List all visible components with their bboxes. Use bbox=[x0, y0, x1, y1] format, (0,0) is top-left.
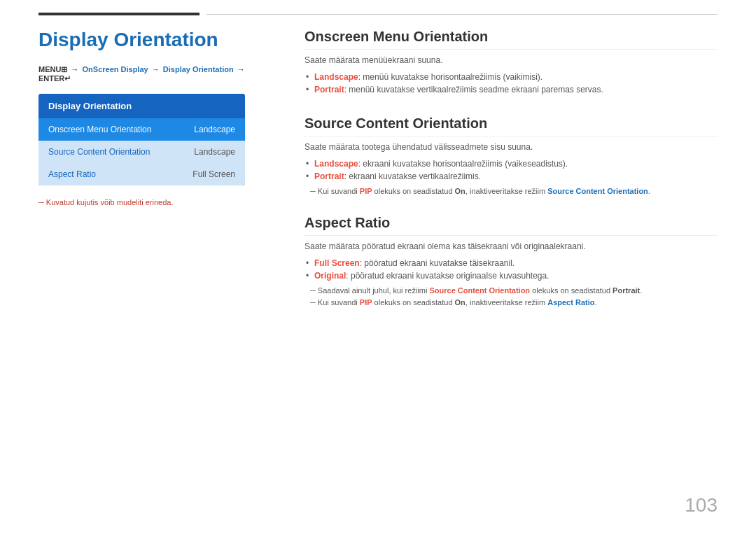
bullet-source-landscape: Landscape: ekraani kuvatakse horisontaal… bbox=[304, 157, 718, 170]
section-title-source: Source Content Orientation bbox=[304, 115, 718, 136]
row-label-source: Source Content Orientation bbox=[48, 147, 150, 157]
term-source-orientation: Source Content Orientation bbox=[547, 187, 648, 195]
page-title: Display Orientation bbox=[38, 29, 262, 51]
section-onscreen: Onscreen Menu Orientation Saate määrata … bbox=[304, 29, 718, 96]
bullet-onscreen-landscape: Landscape: menüü kuvatakse horisontaalre… bbox=[304, 71, 718, 83]
page-number: 103 bbox=[685, 494, 718, 517]
term-source-content-2: Source Content Orientation bbox=[429, 286, 530, 295]
menu-icon: MENU⊞ bbox=[38, 65, 67, 73]
row-label-aspect: Aspect Ratio bbox=[48, 169, 96, 179]
bullet-aspect-original: Original: pööratud ekraani kuvatakse ori… bbox=[304, 269, 718, 282]
term-portrait-2: Portrait bbox=[314, 171, 344, 181]
note-aspect-pip: Kui suvandi PIP olekuks on seadistatud O… bbox=[304, 298, 718, 307]
term-on-1: On bbox=[455, 187, 465, 195]
display-box-row-source[interactable]: Source Content Orientation Landscape bbox=[38, 141, 245, 163]
bullet-source-portrait: Portrait: ekraani kuvatakse vertikaalrež… bbox=[304, 170, 718, 183]
section-intro-source: Saate määrata tootega ühendatud välissea… bbox=[304, 142, 718, 152]
arrow-2: → bbox=[152, 65, 162, 73]
section-source: Source Content Orientation Saate määrata… bbox=[304, 115, 718, 195]
top-bar bbox=[0, 0, 756, 4]
note-aspect-portrait: Saadaval ainult juhul, kui režiimi Sourc… bbox=[304, 286, 718, 295]
menu-path: MENU⊞ → OnScreen Display → Display Orien… bbox=[38, 65, 262, 83]
section-intro-onscreen: Saate määrata menüüekraani suuna. bbox=[304, 55, 718, 65]
row-label-onscreen: Onscreen Menu Orientation bbox=[48, 125, 151, 134]
top-bar-right-line bbox=[206, 14, 718, 15]
term-portrait-bold: Portrait bbox=[612, 286, 640, 295]
top-bar-left-accent bbox=[38, 13, 200, 15]
display-box-title: Display Orientation bbox=[38, 94, 245, 118]
arrow-1: → bbox=[71, 65, 80, 73]
term-original: Original bbox=[314, 271, 346, 281]
section-aspect: Aspect Ratio Saate määrata pööratud ekra… bbox=[304, 215, 718, 307]
term-landscape-1: Landscape bbox=[314, 72, 358, 82]
arrow-3: → bbox=[237, 65, 245, 73]
term-portrait-1: Portrait bbox=[314, 85, 344, 94]
right-column: Onscreen Menu Orientation Saate määrata … bbox=[304, 29, 718, 326]
term-pip-2: PIP bbox=[360, 298, 372, 307]
left-note: Kuvatud kujutis võib mudeliti erineda. bbox=[38, 198, 262, 206]
display-box-row-onscreen[interactable]: Onscreen Menu Orientation Landscape bbox=[38, 118, 245, 141]
row-value-aspect: Full Screen bbox=[192, 169, 235, 179]
bullet-onscreen-portrait: Portrait: menüü kuvatakse vertikaalrežii… bbox=[304, 83, 718, 96]
bullet-aspect-fullscreen: Full Screen: pööratud ekraani kuvatakse … bbox=[304, 257, 718, 269]
bullet-list-aspect: Full Screen: pööratud ekraani kuvatakse … bbox=[304, 257, 718, 282]
section-title-onscreen: Onscreen Menu Orientation bbox=[304, 29, 718, 50]
bullet-list-onscreen: Landscape: menüü kuvatakse horisontaalre… bbox=[304, 71, 718, 96]
term-fullscreen: Full Screen bbox=[314, 258, 360, 268]
menu-path-display: Display Orientation bbox=[163, 65, 234, 73]
left-column: Display Orientation MENU⊞ → OnScreen Dis… bbox=[38, 29, 262, 326]
term-aspect-ratio-blue: Aspect Ratio bbox=[547, 298, 594, 307]
row-value-onscreen: Landscape bbox=[194, 125, 235, 134]
term-on-2: On bbox=[455, 298, 465, 307]
menu-path-onscreen: OnScreen Display bbox=[83, 65, 148, 73]
row-value-source: Landscape bbox=[194, 147, 235, 157]
note-source-pip: Kui suvandi PIP olekuks on seadistatud O… bbox=[304, 187, 718, 195]
bullet-list-source: Landscape: ekraani kuvatakse horisontaal… bbox=[304, 157, 718, 183]
section-intro-aspect: Saate määrata pööratud ekraani olema kas… bbox=[304, 241, 718, 251]
term-pip-1: PIP bbox=[360, 187, 372, 195]
display-box: Display Orientation Onscreen Menu Orient… bbox=[38, 94, 245, 185]
menu-path-enter: ENTER↵ bbox=[38, 74, 71, 83]
section-title-aspect: Aspect Ratio bbox=[304, 215, 718, 236]
display-box-row-aspect[interactable]: Aspect Ratio Full Screen bbox=[38, 163, 245, 185]
page-container: Display Orientation MENU⊞ → OnScreen Dis… bbox=[0, 8, 756, 347]
term-landscape-2: Landscape bbox=[314, 159, 358, 169]
